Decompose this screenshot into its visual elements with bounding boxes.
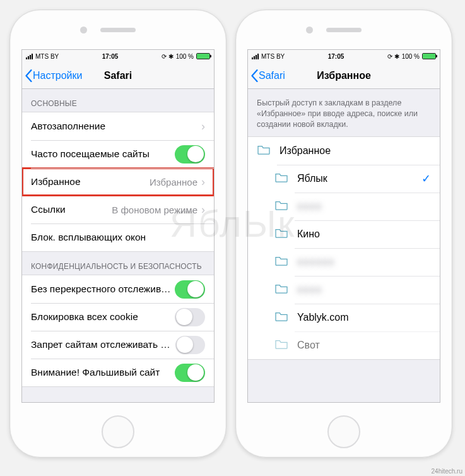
group-main: Автозаполнение › Часто посещаемые сайты … (22, 112, 214, 252)
back-button[interactable]: Настройки (22, 69, 82, 82)
speaker-slot (326, 28, 362, 32)
carrier-label: MTS BY (35, 53, 59, 60)
camera-dot (306, 27, 313, 33)
back-label: Safari (259, 70, 285, 81)
nav-bar: Safari Избранное (248, 62, 440, 89)
group-privacy: Без перекрестного отслежива… Блокировка … (22, 275, 214, 387)
toggle[interactable] (175, 280, 205, 299)
battery-icon (196, 53, 210, 59)
clock: 17:05 (102, 53, 119, 60)
group-header-privacy: КОНФИДЕНЦИАЛЬНОСТЬ И БЕЗОПАСНОСТЬ (22, 252, 214, 275)
folder-root[interactable]: Избранное (248, 137, 440, 165)
folder-name-blurred: xxxx (297, 201, 431, 212)
screen-left: MTS BY 17:05 ⟳ ✱ 100 % Настройки Safari … (21, 49, 215, 403)
settings-content: ОСНОВНЫЕ Автозаполнение › Часто посещаем… (22, 89, 214, 402)
carrier-label: MTS BY (261, 53, 285, 60)
home-button[interactable] (327, 415, 360, 448)
camera-dot (80, 27, 87, 33)
folder-icon (274, 338, 288, 352)
row-value: В фоновом режиме (112, 205, 201, 215)
credit-text: 24hitech.ru (432, 468, 462, 475)
toggle[interactable] (175, 336, 205, 354)
folder-item[interactable]: xxxx (248, 276, 440, 304)
chevron-right-icon: › (201, 203, 205, 217)
status-bar: MTS BY 17:05 ⟳ ✱ 100 % (22, 50, 214, 62)
home-button[interactable] (102, 415, 134, 448)
chevron-left-icon (250, 69, 259, 82)
row-label: Ссылки (31, 204, 66, 215)
battery-text: 100 % (402, 53, 420, 60)
phone-right: MTS BY 17:05 ⟳ ✱ 100 % Safari Избранное … (235, 9, 452, 458)
folder-list: Избранное Яблык ✓ xxxx Кино (248, 136, 440, 360)
folder-icon (274, 172, 288, 186)
row-label: Автозаполнение (31, 121, 105, 132)
folder-icon (274, 227, 288, 241)
folder-item[interactable]: Свот (248, 331, 440, 359)
chevron-left-icon (25, 69, 33, 82)
clock: 17:05 (328, 53, 344, 60)
row-frequent-sites[interactable]: Часто посещаемые сайты (22, 140, 214, 168)
row-deny-track[interactable]: Запрет сайтам отслеживать м… (22, 331, 214, 359)
folder-icon (274, 311, 288, 324)
signal-icon (252, 54, 259, 59)
folder-name-blurred: xxxxxx (297, 256, 431, 268)
row-links[interactable]: Ссылки В фоновом режиме › (22, 196, 214, 223)
speaker-slot (100, 28, 136, 32)
row-label: Блок. всплывающих окон (31, 232, 146, 243)
description-text: Быстрый доступ к закладкам в разделе «Из… (248, 89, 440, 136)
folder-icon (274, 283, 288, 297)
toggle[interactable] (175, 364, 205, 382)
folder-item[interactable]: xxxx (248, 193, 440, 220)
status-bar: MTS BY 17:05 ⟳ ✱ 100 % (248, 50, 440, 62)
folder-icon (274, 199, 288, 213)
row-cross-tracking[interactable]: Без перекрестного отслежива… (22, 275, 214, 303)
row-block-popups[interactable]: Блок. всплывающих окон (22, 223, 214, 251)
nav-bar: Настройки Safari (22, 62, 214, 89)
row-label: Без перекрестного отслежива… (31, 283, 175, 295)
row-favorites[interactable]: Избранное Избранное › (22, 168, 214, 196)
folder-name: Yablyk.com (297, 312, 431, 323)
bluetooth-icon: ⟳ ✱ (387, 53, 399, 60)
row-block-cookies[interactable]: Блокировка всех cookie (22, 303, 214, 331)
battery-icon (422, 53, 436, 59)
chevron-right-icon: › (201, 176, 205, 189)
screen-right: MTS BY 17:05 ⟳ ✱ 100 % Safari Избранное … (247, 49, 440, 403)
checkmark-icon: ✓ (421, 172, 431, 186)
folder-name: Избранное (280, 145, 431, 157)
group-header-main: ОСНОВНЫЕ (22, 89, 214, 112)
row-label: Избранное (31, 176, 81, 187)
folder-name: Кино (297, 229, 431, 240)
row-label: Запрет сайтам отслеживать м… (31, 339, 175, 350)
folder-icon (257, 144, 271, 158)
folder-item[interactable]: Яблык ✓ (248, 165, 440, 193)
row-value: Избранное (150, 177, 201, 187)
row-label: Внимание! Фальшивый сайт (31, 367, 160, 378)
row-label: Блокировка всех cookie (31, 311, 138, 323)
toggle[interactable] (175, 308, 205, 326)
folder-name-blurred: xxxx (297, 284, 431, 295)
battery-text: 100 % (176, 53, 194, 60)
signal-icon (26, 54, 33, 59)
folder-name: Яблык (297, 173, 421, 184)
row-label: Часто посещаемые сайты (31, 148, 150, 160)
folder-icon (274, 255, 288, 269)
bluetooth-icon: ⟳ ✱ (162, 53, 174, 60)
row-autofill[interactable]: Автозаполнение › (22, 112, 214, 140)
favorites-content: Быстрый доступ к закладкам в разделе «Из… (248, 89, 440, 402)
folder-item[interactable]: Yablyk.com (248, 304, 440, 331)
back-button[interactable]: Safari (248, 69, 285, 82)
folder-name: Свот (297, 340, 431, 351)
chevron-right-icon: › (201, 120, 205, 133)
back-label: Настройки (33, 70, 82, 81)
phone-left: MTS BY 17:05 ⟳ ✱ 100 % Настройки Safari … (9, 9, 227, 458)
row-fraud-warning[interactable]: Внимание! Фальшивый сайт (22, 359, 214, 386)
folder-item[interactable]: Кино (248, 220, 440, 248)
folder-item[interactable]: xxxxxx (248, 248, 440, 276)
toggle[interactable] (175, 145, 205, 164)
